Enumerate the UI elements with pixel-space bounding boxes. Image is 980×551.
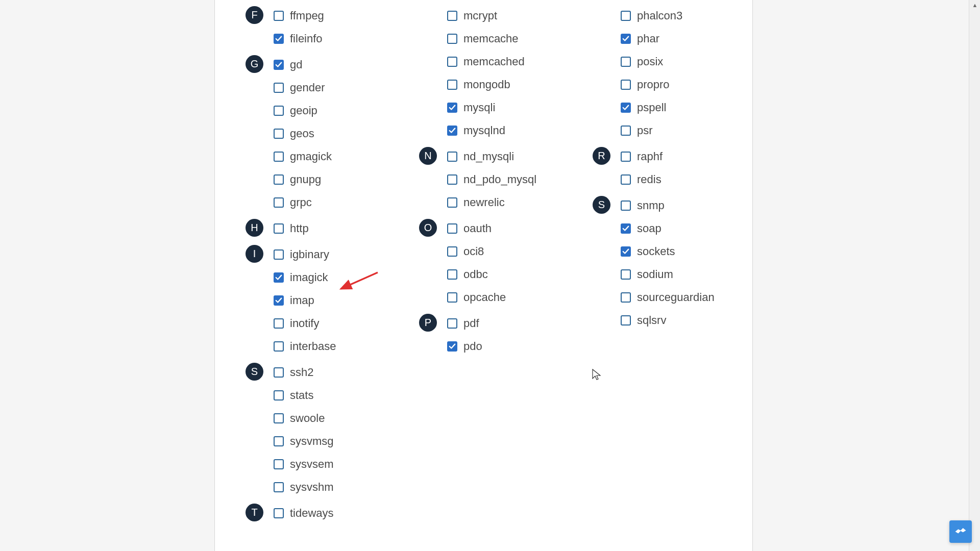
checkbox-sysvshm[interactable] xyxy=(274,482,284,492)
checkbox-pdo[interactable] xyxy=(447,341,457,352)
extension-label: ffmpeg xyxy=(290,9,324,22)
group-items: pdfpdo xyxy=(447,312,482,358)
column-1: FffmpegfileinfoGgdgendergeoipgeosgmagick… xyxy=(246,4,419,528)
checkbox-nd-mysqli[interactable] xyxy=(447,152,457,162)
letter-group-h: Hhttp xyxy=(246,217,419,240)
extension-row-sqlsrv: sqlsrv xyxy=(621,309,715,332)
extension-row-sodium: sodium xyxy=(621,263,715,286)
checkbox-snmp[interactable] xyxy=(621,201,631,211)
checkbox-geoip[interactable] xyxy=(274,106,284,116)
checkbox-fileinfo[interactable] xyxy=(274,34,284,44)
checkbox-gmagick[interactable] xyxy=(274,152,284,162)
extension-label: http xyxy=(290,222,309,235)
checkbox-oci8[interactable] xyxy=(447,246,457,257)
group-items: raphfredis xyxy=(621,145,663,191)
checkbox-newrelic[interactable] xyxy=(447,197,457,208)
checkbox-opcache[interactable] xyxy=(447,292,457,303)
checkbox-tideways[interactable] xyxy=(274,508,284,518)
extension-row-raphf: raphf xyxy=(621,145,663,168)
checkbox-memcache[interactable] xyxy=(447,34,457,44)
checkbox-sysvmsg[interactable] xyxy=(274,436,284,446)
checkbox-imap[interactable] xyxy=(274,295,284,306)
extension-row-sockets: sockets xyxy=(621,240,715,263)
checkbox-sysvsem[interactable] xyxy=(274,459,284,469)
letter-badge-n: N xyxy=(419,147,437,165)
extension-label: odbc xyxy=(463,268,488,281)
checkbox-swoole[interactable] xyxy=(274,413,284,423)
letter-group-f: Fffmpegfileinfo xyxy=(246,4,419,50)
checkbox-posix[interactable] xyxy=(621,57,631,67)
checkbox-sodium[interactable] xyxy=(621,269,631,280)
checkbox-mysqli[interactable] xyxy=(447,103,457,113)
letter-badge-p: P xyxy=(419,314,437,332)
checkbox-psr[interactable] xyxy=(621,126,631,136)
extension-row-mcrypt: mcrypt xyxy=(447,4,525,27)
vertical-scrollbar[interactable]: ▲ xyxy=(969,0,980,551)
extension-row-memcached: memcached xyxy=(447,50,525,73)
extension-label: redis xyxy=(637,173,662,186)
letter-group-n: Nnd_mysqlind_pdo_mysqlnewrelic xyxy=(419,145,593,214)
extension-label: mysqlnd xyxy=(463,124,505,137)
checkbox-raphf[interactable] xyxy=(621,152,631,162)
scroll-up-icon[interactable]: ▲ xyxy=(971,1,979,9)
checkbox-sourceguardian[interactable] xyxy=(621,292,631,303)
extension-label: propro xyxy=(637,78,670,91)
extension-label: memcache xyxy=(463,32,519,45)
checkbox-interbase[interactable] xyxy=(274,341,284,352)
checkbox-oauth[interactable] xyxy=(447,223,457,234)
extension-label: mcrypt xyxy=(463,9,497,22)
group-items: gdgendergeoipgeosgmagickgnupggrpc xyxy=(274,53,332,214)
checkbox-stats[interactable] xyxy=(274,390,284,400)
extension-row-phar: phar xyxy=(621,27,682,50)
checkbox-mysqlnd[interactable] xyxy=(447,126,457,136)
extension-row-memcache: memcache xyxy=(447,27,525,50)
checkbox-pspell[interactable] xyxy=(621,103,631,113)
extension-row-tideways: tideways xyxy=(274,502,334,524)
checkbox-nd-pdo-mysql[interactable] xyxy=(447,174,457,185)
extension-label: sodium xyxy=(637,268,673,281)
extension-row-imagick: imagick xyxy=(274,266,336,289)
letter-group-cont: mcryptmemcachememcachedmongodbmysqlimysq… xyxy=(419,4,593,142)
checkbox-odbc[interactable] xyxy=(447,269,457,280)
group-items: snmpsoapsocketssodiumsourceguardiansqlsr… xyxy=(621,194,715,332)
extension-label: sysvmsg xyxy=(290,435,334,448)
checkbox-propro[interactable] xyxy=(621,80,631,90)
checkbox-memcached[interactable] xyxy=(447,57,457,67)
checkbox-http[interactable] xyxy=(274,223,284,234)
checkbox-ssh2[interactable] xyxy=(274,367,284,378)
help-widget-button[interactable] xyxy=(949,520,972,543)
checkbox-redis[interactable] xyxy=(621,174,631,185)
checkbox-gender[interactable] xyxy=(274,83,284,93)
checkbox-grpc[interactable] xyxy=(274,197,284,208)
extension-label: newrelic xyxy=(463,196,505,209)
group-items: nd_mysqlind_pdo_mysqlnewrelic xyxy=(447,145,536,214)
group-items: oauthoci8odbcopcache xyxy=(447,217,506,309)
checkbox-ffmpeg[interactable] xyxy=(274,11,284,21)
letter-badge-s: S xyxy=(593,196,610,214)
checkbox-phalcon3[interactable] xyxy=(621,11,631,21)
extension-label: pdo xyxy=(463,340,482,353)
checkbox-pdf[interactable] xyxy=(447,318,457,329)
checkbox-sqlsrv[interactable] xyxy=(621,315,631,325)
extension-row-mysqlnd: mysqlnd xyxy=(447,119,525,142)
checkbox-gd[interactable] xyxy=(274,60,284,70)
group-items: ssh2statsswoolesysvmsgsysvsemsysvshm xyxy=(274,361,334,498)
extension-row-oci8: oci8 xyxy=(447,240,506,263)
extension-label: inotify xyxy=(290,317,319,330)
checkbox-sockets[interactable] xyxy=(621,246,631,257)
checkbox-inotify[interactable] xyxy=(274,318,284,329)
checkbox-gnupg[interactable] xyxy=(274,174,284,185)
extension-row-pdo: pdo xyxy=(447,335,482,358)
letter-group-s: Ssnmpsoapsocketssodiumsourceguardiansqls… xyxy=(593,194,746,332)
extension-row-newrelic: newrelic xyxy=(447,191,536,214)
checkbox-geos[interactable] xyxy=(274,129,284,139)
checkbox-mongodb[interactable] xyxy=(447,80,457,90)
checkbox-mcrypt[interactable] xyxy=(447,11,457,21)
extension-row-stats: stats xyxy=(274,384,334,407)
checkbox-phar[interactable] xyxy=(621,34,631,44)
checkbox-igbinary[interactable] xyxy=(274,249,284,260)
group-items: http xyxy=(274,217,309,240)
checkbox-imagick[interactable] xyxy=(274,272,284,283)
column-2: mcryptmemcachememcachedmongodbmysqlimysq… xyxy=(419,4,593,528)
checkbox-soap[interactable] xyxy=(621,223,631,234)
